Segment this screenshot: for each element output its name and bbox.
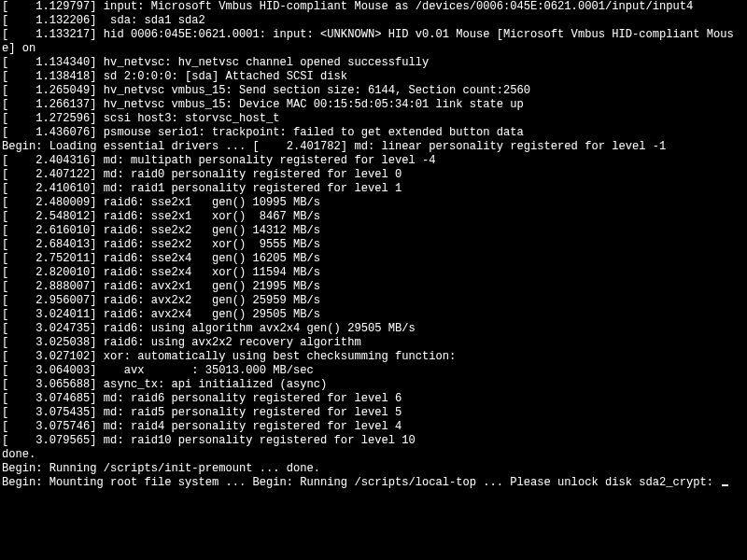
console-line: [ 1.266137] hv_netvsc vmbus_15: Device M… (2, 98, 745, 112)
console-line: [ 3.074685] md: raid6 personality regist… (2, 392, 745, 406)
console-line: [ 1.272596] scsi host3: storvsc_host_t (2, 112, 745, 126)
console-line: [ 2.956007] raid6: avx2x2 gen() 25959 MB… (2, 294, 745, 308)
console-line: [ 2.480009] raid6: sse2x1 gen() 10995 MB… (2, 196, 745, 210)
console-line: [ 1.138418] sd 2:0:0:0: [sda] Attached S… (2, 70, 745, 84)
console-line: [ 3.075746] md: raid4 personality regist… (2, 420, 745, 434)
console-line: [ 3.025038] raid6: using avx2x2 recovery… (2, 336, 745, 350)
console-line: [ 2.752011] raid6: sse2x4 gen() 16205 MB… (2, 252, 745, 266)
console-line: [ 3.079565] md: raid10 personality regis… (2, 434, 745, 448)
console-line: [ 1.129797] input: Microsoft Vmbus HID-c… (2, 0, 745, 14)
console-line: Begin: Running /scripts/init-premount ..… (2, 462, 745, 476)
cursor (722, 484, 728, 486)
console-line: [ 3.065688] async_tx: api initialized (a… (2, 378, 745, 392)
console-line: [ 3.024011] raid6: avx2x4 gen() 29505 MB… (2, 308, 745, 322)
console-line: [ 1.134340] hv_netvsc: hv_netvsc channel… (2, 56, 745, 70)
console-line: [ 2.404316] md: multipath personality re… (2, 154, 745, 168)
console-line: Begin: Loading essential drivers ... [ 2… (2, 140, 745, 154)
console-line: [ 1.436076] psmouse serio1: trackpoint: … (2, 126, 745, 140)
console-line: [ 1.133217] hid 0006:045E:0621.0001: inp… (2, 28, 745, 56)
console-line: [ 3.075435] md: raid5 personality regist… (2, 406, 745, 420)
console-line: [ 2.616010] raid6: sse2x2 gen() 14312 MB… (2, 224, 745, 238)
console-line: [ 3.064003] avx : 35013.000 MB/sec (2, 364, 745, 378)
boot-console: [ 1.129797] input: Microsoft Vmbus HID-c… (0, 0, 747, 490)
console-line: [ 2.548012] raid6: sse2x1 xor() 8467 MB/… (2, 210, 745, 224)
console-line: [ 3.024735] raid6: using algorithm avx2x… (2, 322, 745, 336)
console-line: [ 2.684013] raid6: sse2x2 xor() 9555 MB/… (2, 238, 745, 252)
console-line: [ 1.132206] sda: sda1 sda2 (2, 14, 745, 28)
console-line: [ 2.820010] raid6: sse2x4 xor() 11594 MB… (2, 266, 745, 280)
console-line: [ 1.265049] hv_netvsc vmbus_15: Send sec… (2, 84, 745, 98)
console-line: [ 2.407122] md: raid0 personality regist… (2, 168, 745, 182)
console-line: [ 2.410610] md: raid1 personality regist… (2, 182, 745, 196)
console-line: [ 2.888007] raid6: avx2x1 gen() 21995 MB… (2, 280, 745, 294)
console-line: [ 3.027102] xor: automatically using bes… (2, 350, 745, 364)
unlock-disk-prompt[interactable]: Begin: Mounting root file system ... Beg… (2, 476, 745, 490)
console-line: done. (2, 448, 745, 462)
